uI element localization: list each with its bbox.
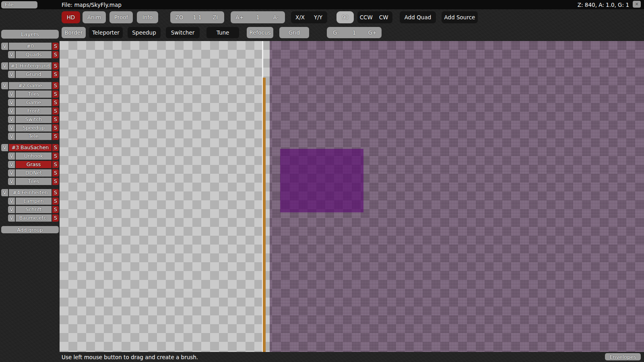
layer-label[interactable]: Grund	[16, 71, 52, 78]
layer-label[interactable]: Speedup	[16, 124, 52, 132]
layer-label[interactable]: Game	[16, 99, 52, 106]
solo-button[interactable]: S	[52, 107, 59, 115]
layer-label[interactable]: Lampen	[16, 197, 52, 205]
solo-button[interactable]: S	[52, 144, 59, 151]
close-icon[interactable]: ✕	[633, 1, 641, 8]
border-button[interactable]: Border	[62, 27, 86, 38]
visibility-toggle[interactable]: V	[8, 107, 15, 115]
layer-row[interactable]: VLampenS	[8, 197, 59, 205]
add-group-button[interactable]: Add group	[1, 226, 59, 233]
layer-row[interactable]: VFrontS	[8, 107, 59, 115]
visibility-toggle[interactable]: V	[8, 197, 15, 205]
layer-label[interactable]: Quads	[16, 51, 52, 58]
solo-button[interactable]: S	[52, 99, 59, 106]
visibility-toggle[interactable]: V	[8, 124, 15, 132]
rotate-ccw-button[interactable]: CCW	[357, 11, 375, 23]
layer-row[interactable]: VTeleS	[8, 133, 59, 140]
solo-button[interactable]: S	[52, 178, 59, 185]
layer-row[interactable]: VGameS	[8, 99, 59, 106]
tune-button[interactable]: Tune	[206, 27, 239, 38]
visibility-toggle[interactable]: V	[8, 71, 15, 78]
grid-decrease-button[interactable]: G-	[327, 27, 345, 38]
zoom-in-button[interactable]: ZI	[206, 11, 224, 23]
solo-button[interactable]: S	[52, 62, 59, 70]
visibility-toggle[interactable]: V	[8, 178, 15, 185]
add-source-button[interactable]: Add Source	[442, 11, 478, 23]
hd-toggle-button[interactable]: HD	[62, 11, 80, 23]
file-menu-button[interactable]: File	[1, 1, 37, 8]
visibility-toggle[interactable]: V	[8, 161, 15, 168]
zoom-reset-button[interactable]: 1:1	[188, 11, 206, 23]
visibility-toggle[interactable]: V	[1, 43, 8, 50]
grid-increase-button[interactable]: G+	[363, 27, 382, 38]
visibility-toggle[interactable]: V	[8, 133, 15, 140]
map-canvas[interactable]	[60, 41, 644, 352]
layer-label[interactable]: Unhook	[16, 152, 52, 160]
group-label[interactable]: #1 Hintergrund	[9, 62, 52, 70]
solo-button[interactable]: S	[52, 51, 59, 58]
speedup-button[interactable]: Speedup	[128, 27, 161, 38]
group-label[interactable]: #2 Game	[9, 82, 52, 89]
visibility-toggle[interactable]: V	[8, 152, 15, 160]
layer-row[interactable]: VQuadsS	[8, 51, 59, 58]
grid-button[interactable]: Grid	[279, 27, 309, 38]
anim-speed-down-button[interactable]: A-	[267, 11, 285, 23]
visibility-toggle[interactable]: V	[8, 116, 15, 123]
layer-label[interactable]: Grass	[16, 161, 52, 168]
layer-row[interactable]: VTilesS	[8, 178, 59, 185]
layer-label[interactable]: Schrift	[16, 206, 52, 213]
layer-label[interactable]: Switch	[16, 116, 52, 123]
visibility-toggle[interactable]: V	[8, 169, 15, 177]
layer-row[interactable]: VTilesS	[8, 90, 59, 98]
solo-button[interactable]: S	[52, 197, 59, 205]
solo-button[interactable]: S	[52, 116, 59, 123]
layer-row[interactable]: VSchriftS	[8, 206, 59, 213]
layer-label[interactable]: Bäume,etc.	[16, 214, 52, 222]
layer-row[interactable]: VSpeedupS	[8, 124, 59, 132]
visibility-toggle[interactable]: V	[8, 206, 15, 213]
flip-x-button[interactable]: X/X	[291, 11, 309, 23]
group-label[interactable]: #3 BauSachen	[9, 144, 52, 151]
solo-button[interactable]: S	[52, 43, 59, 50]
visibility-toggle[interactable]: V	[1, 82, 8, 89]
layer-row[interactable]: VDDNetS	[8, 169, 59, 177]
layers-header-button[interactable]: Layers	[1, 30, 59, 39]
group-row[interactable]: V#0S	[1, 43, 59, 50]
solo-button[interactable]: S	[52, 161, 59, 168]
layer-label[interactable]: Tele	[16, 133, 52, 140]
visibility-toggle[interactable]: V	[1, 62, 8, 70]
zoom-out-button[interactable]: ZO	[170, 11, 188, 23]
flip-y-button[interactable]: Y/Y	[309, 11, 327, 23]
layer-label[interactable]: Tiles	[16, 178, 52, 185]
visibility-toggle[interactable]: V	[8, 214, 15, 222]
solo-button[interactable]: S	[52, 206, 59, 213]
layer-label[interactable]: DDNet	[16, 169, 52, 177]
solo-button[interactable]: S	[52, 214, 59, 222]
layer-row[interactable]: VGrassS	[8, 161, 59, 168]
info-toggle-button[interactable]: Info	[137, 11, 158, 23]
add-quad-button[interactable]: Add Quad	[400, 11, 436, 23]
visibility-toggle[interactable]: V	[1, 189, 8, 196]
group-row[interactable]: V#3 BauSachenS	[1, 144, 59, 151]
refocus-button[interactable]: Refocus	[247, 27, 273, 38]
rotate-amount-button[interactable]: 90	[336, 11, 354, 23]
switcher-button[interactable]: Switcher	[166, 27, 200, 38]
layer-row[interactable]: VBäume,etc.S	[8, 214, 59, 222]
teleporter-button[interactable]: Teleporter	[89, 27, 123, 38]
layer-row[interactable]: VSwitchS	[8, 116, 59, 123]
rotate-cw-button[interactable]: CW	[375, 11, 393, 23]
solo-button[interactable]: S	[52, 152, 59, 160]
solo-button[interactable]: S	[52, 82, 59, 89]
envelopes-button[interactable]: Envelopes	[605, 353, 641, 360]
solo-button[interactable]: S	[52, 189, 59, 196]
group-row[interactable]: V#1 HintergrundS	[1, 62, 59, 70]
solo-button[interactable]: S	[52, 71, 59, 78]
anim-toggle-button[interactable]: Anim	[83, 11, 106, 23]
solo-button[interactable]: S	[52, 90, 59, 98]
group-row[interactable]: V#4 FeinheitenS	[1, 189, 59, 196]
solo-button[interactable]: S	[52, 169, 59, 177]
visibility-toggle[interactable]: V	[8, 51, 15, 58]
visibility-toggle[interactable]: V	[1, 144, 8, 151]
proof-toggle-button[interactable]: Proof	[109, 11, 133, 23]
anim-speed-up-button[interactable]: A+	[231, 11, 249, 23]
